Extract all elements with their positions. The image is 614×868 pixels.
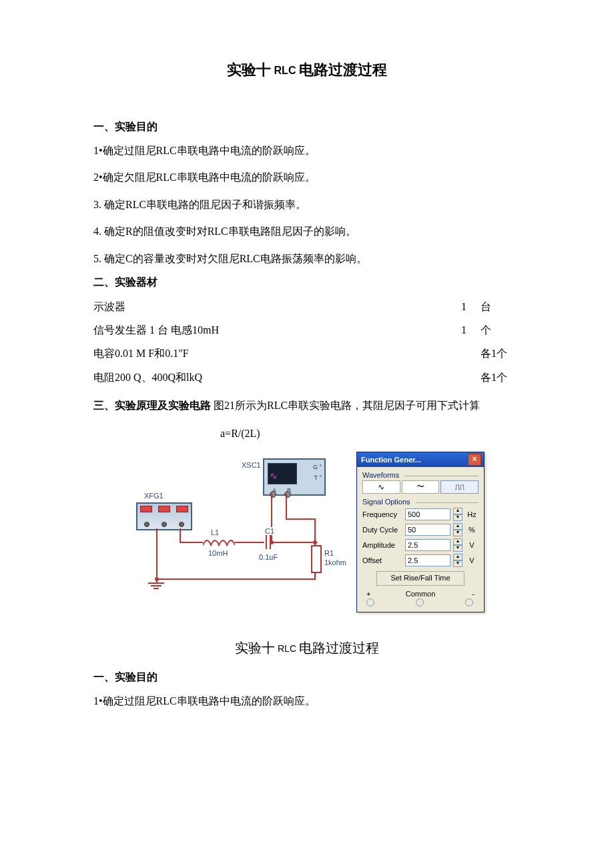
function-generator-icon [136,502,192,530]
close-icon: × [472,454,477,464]
page-title-repeat: 实验十 RLC 电路过渡过程 [93,639,521,657]
equipment-qty: 1 [447,295,481,318]
spinner-up[interactable]: ▲ [453,554,463,560]
spinner-down[interactable]: ▼ [453,530,463,536]
title-mid: RLC [278,643,296,654]
spinner-up[interactable]: ▲ [453,538,463,545]
equipment-row: 信号发生器 1 台 电感10mH 1 个 [93,318,521,342]
circuit-schematic: XSC1 ∿ G ° T ° A B XFG1 [129,452,350,605]
equipment-row: 电阻200 Q、400Q和lkQ 各1个 [93,366,521,389]
equipment-name: 示波器 [93,295,447,318]
waveforms-label: Waveforms [362,471,479,479]
terminals-row: + Common - [362,590,479,606]
terminal-common-label: Common [406,590,436,598]
frequency-label: Frequency [362,510,402,518]
inductor-name: L1 [211,528,219,536]
scope-g: G ° [313,464,322,470]
capacitor-name: C1 [264,527,275,535]
section-3-heading: 三、实验原理及实验电路 [93,400,211,411]
goal-item: 1•确定过阻尼RLC串联电路中电流的阶跃响应。 [93,141,521,161]
frequency-row: Frequency 500 ▲▼ Hz [362,508,479,521]
signal-options-label: Signal Options [362,498,479,506]
section-1-heading-repeat: 一、实验目的 [93,671,521,685]
inductor-icon [203,538,235,546]
resistor-icon [311,545,322,573]
equipment-unit: 台 [481,295,521,318]
ground-icon [148,582,164,589]
offset-input[interactable]: 2.5 [405,554,450,566]
equipment-name: 电阻200 Q、400Q和lkQ [93,366,447,389]
spinner-up[interactable]: ▲ [453,523,463,530]
duty-row: Duty Cycle 50 ▲▼ % [362,523,479,536]
goal-item: 1•确定过阻尼RLC串联电路中电流的阶跃响应。 [93,691,521,711]
waveform-sine-button[interactable]: ∿ [362,480,400,494]
offset-label: Offset [362,556,402,564]
equipment-row: 电容0.01 M F和0.1"F 各1个 [93,342,521,365]
terminal-plus-label: + [366,590,370,598]
title-part1: 实验十 [235,640,275,655]
duty-input[interactable]: 50 [405,524,450,536]
formula: a=R/(2L) [220,425,521,442]
square-wave-icon: ⎍⎍ [455,482,465,492]
window-titlebar[interactable]: Function Gener... × [357,452,484,467]
capacitor-icon [263,534,274,549]
resistor-name: R1 [324,549,334,557]
title-part2: 电路过渡过程 [299,640,379,655]
equipment-unit: 各1个 [481,366,521,389]
capacitor-value: 0.1uF [259,553,278,561]
spinner-up[interactable]: ▲ [453,508,463,514]
close-button[interactable]: × [468,454,481,466]
goal-item: 2•确定欠阻尼RLC串联电路中电流的阶跃响应。 [93,167,521,187]
section-3-text: 图21所示为RLC串联实验电路，其阻尼因子可用下式计算 [214,400,480,411]
amplitude-row: Amplitude 2.5 ▲▼ V [362,538,479,552]
goal-item: 5. 确定C的容量改变时对欠阻尼RLC电路振荡频率的影响。 [93,249,521,269]
equipment-unit: 各1个 [481,342,521,365]
duty-unit: % [465,526,479,534]
sine-wave-icon: ∿ [378,482,384,492]
inductor-value: 10mH [208,549,228,557]
page-title: 实验十 RLC 电路过渡过程 [93,60,521,80]
goal-item: 4. 确定R的阻值改变时对RLC串联电路阻尼因子的影响。 [93,222,521,242]
terminal-minus-label: - [472,590,475,598]
resistor-value: 1kohm [324,558,346,566]
oscilloscope-icon: ∿ G ° T ° A B [263,458,326,496]
section-2-heading: 二、实验器材 [93,276,521,290]
equipment-name: 电容0.01 M F和0.1"F [93,342,447,365]
spinner-down[interactable]: ▼ [453,545,463,552]
equipment-name: 信号发生器 1 台 电感10mH [93,318,447,342]
scope-label: XSC1 [242,461,261,469]
equipment-qty [447,342,481,365]
terminal-minus-port[interactable] [465,598,473,606]
set-rise-fall-button[interactable]: Set Rise/Fall Time [376,571,465,586]
offset-unit: V [465,556,479,564]
frequency-input[interactable]: 500 [405,508,450,520]
function-generator-window: Function Gener... × Waveforms ∿ 〜 ⎍⎍ Sig… [356,452,485,612]
sine-icon: ∿ [270,470,278,481]
duty-label: Duty Cycle [362,526,402,534]
section-1-heading: 一、实验目的 [93,120,521,134]
goal-item: 3. 确定RLC串联电路的阻尼因子和谐振频率。 [93,195,521,215]
equipment-qty: 1 [447,318,481,342]
frequency-unit: Hz [465,510,479,518]
terminal-common-port[interactable] [416,598,424,606]
terminal-plus-port[interactable] [366,598,374,606]
triangle-wave-icon: 〜 [416,481,424,492]
spinner-down[interactable]: ▼ [453,514,463,521]
equipment-row: 示波器 1 台 [93,295,521,318]
scope-t: T ° [314,474,322,481]
waveform-square-button[interactable]: ⎍⎍ [440,480,479,494]
waveform-triangle-button[interactable]: 〜 [402,480,440,494]
figure-row: XSC1 ∿ G ° T ° A B XFG1 [93,452,521,612]
title-mid: RLC [274,65,296,76]
amplitude-input[interactable]: 2.5 [405,539,450,551]
title-part2: 电路过渡过程 [299,61,387,78]
title-part1: 实验十 [227,61,271,78]
amplitude-label: Amplitude [362,541,402,549]
amplitude-unit: V [465,541,479,549]
equipment-qty [447,366,481,389]
section-3-line: 三、实验原理及实验电路 图21所示为RLC串联实验电路，其阻尼因子可用下式计算 [93,396,521,416]
spinner-down[interactable]: ▼ [453,560,463,567]
equipment-unit: 个 [481,318,521,342]
window-title: Function Gener... [361,456,421,464]
offset-row: Offset 2.5 ▲▼ V [362,554,479,567]
